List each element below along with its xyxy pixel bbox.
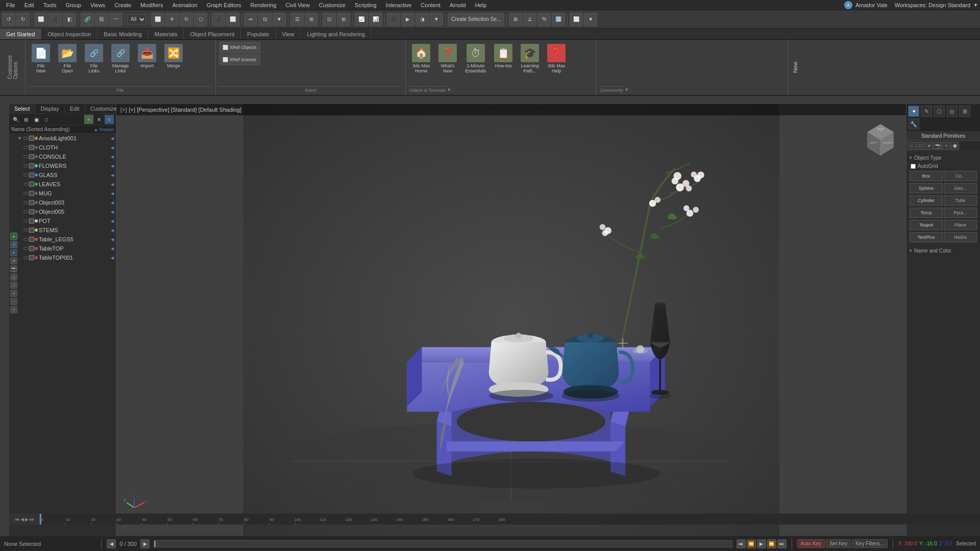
rp-btn-geosphere[interactable]: Geo... xyxy=(944,183,977,193)
tree-name[interactable]: CLOTH xyxy=(39,144,111,151)
select-region-button[interactable]: ⬛ xyxy=(48,13,62,26)
rp-name-color-header[interactable]: ▼ Name and Color xyxy=(909,246,978,255)
se-search-button[interactable]: 🔍 xyxy=(11,115,20,124)
list-item[interactable]: POT ◀ xyxy=(9,216,116,226)
rp-object-type-header[interactable]: ▼ Object Type xyxy=(909,154,978,162)
rp-btn-plane[interactable]: Plane xyxy=(944,220,977,230)
menu-animation[interactable]: Animation xyxy=(168,1,202,9)
tree-name-arnoldlight[interactable]: ArnoldLight001 xyxy=(39,135,111,141)
tree-name[interactable]: TableTOP xyxy=(39,245,111,252)
snap-angle[interactable]: ∠ xyxy=(523,13,536,26)
rp-btn-cylinder[interactable]: Cylinder xyxy=(910,195,943,206)
ribbon-file-links[interactable]: 🔗 FileLinks xyxy=(82,42,106,76)
tree-name[interactable]: GLASS xyxy=(39,172,111,178)
active-shade[interactable]: ◑ xyxy=(415,13,429,26)
ribbon-learning-path[interactable]: 🎓 LearningPath... xyxy=(518,42,542,76)
menu-tools[interactable]: Tools xyxy=(39,1,61,9)
workspace-dropdown-icon[interactable]: ▼ xyxy=(973,3,978,8)
rp-camera-icon[interactable]: 📷 xyxy=(934,142,942,150)
use-selection-button[interactable]: ⬜ xyxy=(226,13,239,26)
tree-name[interactable]: Object005 xyxy=(39,209,111,215)
nav-cube[interactable]: TOP LEFT FRONT xyxy=(860,119,901,160)
timeline-playhead[interactable] xyxy=(40,514,41,524)
tab-object-placement[interactable]: Object Placement xyxy=(184,29,241,39)
ribbon-file-open[interactable]: 📂 FileOpen xyxy=(55,42,80,76)
rp-tab-motion[interactable]: ◎ xyxy=(946,106,958,117)
spacewarp-icon-btn[interactable]: ~ xyxy=(10,298,17,305)
bind-space-warp-button[interactable]: 〰 xyxy=(109,13,122,26)
rp-box-icon[interactable]: □ xyxy=(916,142,924,150)
ribbon-manage-links[interactable]: 🔗 ManageLinks xyxy=(108,42,133,76)
ribbon-how-tos[interactable]: 📋 How-tos xyxy=(491,42,516,70)
render-type-dropdown[interactable]: ▼ xyxy=(430,13,443,26)
geometry-icon-btn[interactable]: △ xyxy=(10,273,17,281)
menu-content[interactable]: Content xyxy=(416,1,445,9)
se-filter-button[interactable]: ⊞ xyxy=(21,115,31,124)
frame-next-button[interactable]: ▶ xyxy=(140,539,150,548)
link-button[interactable]: 🔗 xyxy=(81,13,94,26)
select-scale-button[interactable]: ⬡ xyxy=(194,13,207,26)
lights-icon-btn[interactable]: ☀ xyxy=(10,257,17,264)
list-item[interactable]: CLOTH ◀ xyxy=(9,143,116,152)
ribbon-xref-objects[interactable]: ⬜ XRef Objects xyxy=(219,42,260,53)
play-next-icon[interactable]: ⏭ xyxy=(29,516,35,522)
list-item[interactable]: TableTOP001 ◀ xyxy=(9,253,116,262)
rp-btn-torus[interactable]: Torus xyxy=(910,208,943,218)
rp-tab-utilities[interactable]: 🔧 xyxy=(908,118,919,130)
menu-arnold[interactable]: Arnold xyxy=(446,1,470,9)
menu-create[interactable]: Create xyxy=(110,1,135,9)
rp-tab-display[interactable]: ⊞ xyxy=(959,106,970,117)
time-slider[interactable] xyxy=(154,540,732,547)
rp-btn-sphere[interactable]: Sphere xyxy=(910,183,943,193)
snap-toggle[interactable]: ⊞ xyxy=(509,13,522,26)
mirror-sel-dropdown[interactable]: ▼ xyxy=(584,13,597,26)
tree-name[interactable]: LEAVES xyxy=(39,181,111,187)
menu-views[interactable]: Views xyxy=(86,1,109,9)
list-item[interactable]: STEMS ◀ xyxy=(9,226,116,235)
select-icon-btn[interactable]: ◈ xyxy=(10,233,17,240)
tree-expand-root[interactable]: ▼ xyxy=(17,136,23,141)
align-button[interactable]: ⊟ xyxy=(258,13,272,26)
ribbon-xref-scenes[interactable]: ⬜ XRef Scenes xyxy=(219,54,260,65)
schematic-view[interactable]: ⊞ xyxy=(337,13,350,26)
tree-name[interactable]: POT xyxy=(39,218,111,224)
list-item[interactable]: MUG ◀ xyxy=(9,189,116,198)
tree-item-root[interactable]: ▼ ArnoldLight001 ◀ xyxy=(9,134,116,143)
se-tab-select[interactable]: Select xyxy=(9,104,36,113)
snap-spinner[interactable]: 🔢 xyxy=(552,13,565,26)
tab-get-started[interactable]: Get Started xyxy=(0,29,41,39)
ribbon-whats-new[interactable]: ❓ What'sNew xyxy=(435,42,460,76)
layers-icon-btn[interactable]: ≡ xyxy=(10,249,17,256)
menu-rendering[interactable]: Rendering xyxy=(247,1,281,9)
menu-customize[interactable]: Customize xyxy=(315,1,350,9)
tab-object-inspection[interactable]: Object Inspection xyxy=(41,29,97,39)
tree-name[interactable]: Object003 xyxy=(39,199,111,206)
se-select-none[interactable]: □ xyxy=(42,115,51,124)
list-item[interactable]: FLOWERS ◀ xyxy=(9,161,116,170)
rp-btn-box[interactable]: Box xyxy=(910,171,943,181)
dope-sheet[interactable]: 📊 xyxy=(369,13,382,26)
rp-tab-modify[interactable]: ✎ xyxy=(921,106,932,117)
undo-button[interactable]: ↺ xyxy=(2,13,15,26)
anim-goto-start[interactable]: ⏮ xyxy=(737,539,746,548)
se-new-layer-button[interactable]: + xyxy=(84,115,93,124)
rp-tab-hierarchy[interactable]: ⬡ xyxy=(934,106,945,117)
unlink-button[interactable]: ⛓ xyxy=(95,13,108,26)
se-tab-display[interactable]: Display xyxy=(36,104,65,113)
rp-light-icon[interactable]: ☀ xyxy=(925,142,933,150)
list-item[interactable]: CONSOLE ◀ xyxy=(9,152,116,161)
render-scene[interactable]: ⬛ xyxy=(387,13,400,26)
snap-percent[interactable]: % xyxy=(537,13,551,26)
autogrid-checkbox[interactable] xyxy=(911,164,916,169)
key-filters-button[interactable]: Key Filters... xyxy=(852,539,888,548)
play-back-icon[interactable]: ◀ xyxy=(20,516,24,522)
menu-help[interactable]: Help xyxy=(471,1,491,9)
ribbon-3dsmax-home[interactable]: 🏠 3ds MaxHome xyxy=(409,42,433,76)
ribbon-3dsmax-help[interactable]: ❓ 3ds MaxHelp xyxy=(544,42,569,76)
set-key-button[interactable]: Set Key xyxy=(826,539,851,548)
se-options-button[interactable]: ≡ xyxy=(105,115,114,124)
helpers-icon-btn[interactable]: + xyxy=(10,290,17,297)
playback-controls[interactable]: ⏮ ◀ ▶ ⏭ xyxy=(9,514,40,524)
menu-file[interactable]: File xyxy=(2,1,19,9)
tab-materials[interactable]: Materials xyxy=(149,29,184,39)
